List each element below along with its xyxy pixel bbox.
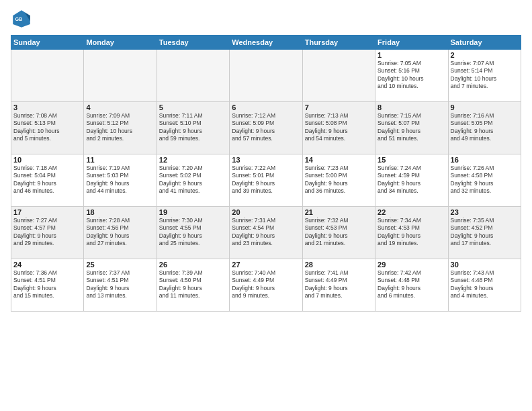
day-cell: 3Sunrise: 7:08 AM Sunset: 5:13 PM Daylig… [11,102,84,154]
day-number: 22 [378,208,445,216]
day-cell: 14Sunrise: 7:23 AM Sunset: 5:00 PM Dayli… [302,154,375,207]
weekday-header-saturday: Saturday [448,36,521,50]
day-info: Sunrise: 7:35 AM Sunset: 4:52 PM Dayligh… [451,217,519,248]
day-info: Sunrise: 7:30 AM Sunset: 4:55 PM Dayligh… [159,217,227,248]
day-info: Sunrise: 7:07 AM Sunset: 5:14 PM Dayligh… [451,60,519,91]
day-number: 15 [378,156,445,164]
day-cell: 9Sunrise: 7:16 AM Sunset: 5:05 PM Daylig… [448,102,521,154]
weekday-header-monday: Monday [84,36,157,50]
day-cell: 30Sunrise: 7:43 AM Sunset: 4:48 PM Dayli… [448,259,521,312]
calendar-table: SundayMondayTuesdayWednesdayThursdayFrid… [11,35,521,312]
day-number: 20 [232,208,300,216]
day-info: Sunrise: 7:26 AM Sunset: 4:58 PM Dayligh… [451,165,519,195]
day-number: 14 [305,156,373,164]
day-number: 1 [378,51,445,59]
day-cell: 7Sunrise: 7:13 AM Sunset: 5:08 PM Daylig… [302,102,375,154]
day-cell: 18Sunrise: 7:28 AM Sunset: 4:56 PM Dayli… [84,207,157,259]
day-info: Sunrise: 7:32 AM Sunset: 4:53 PM Dayligh… [305,217,373,248]
day-info: Sunrise: 7:28 AM Sunset: 4:56 PM Dayligh… [86,217,154,248]
day-cell: 10Sunrise: 7:18 AM Sunset: 5:04 PM Dayli… [11,154,84,207]
day-number: 7 [305,103,373,111]
day-cell: 15Sunrise: 7:24 AM Sunset: 4:59 PM Dayli… [375,154,448,207]
day-cell: 20Sunrise: 7:31 AM Sunset: 4:54 PM Dayli… [230,207,302,259]
day-number: 3 [13,103,81,111]
day-number: 27 [232,261,300,269]
week-row-3: 10Sunrise: 7:18 AM Sunset: 5:04 PM Dayli… [11,154,521,207]
day-info: Sunrise: 7:34 AM Sunset: 4:53 PM Dayligh… [378,217,445,248]
day-info: Sunrise: 7:05 AM Sunset: 5:16 PM Dayligh… [378,60,445,91]
day-number: 23 [451,208,519,216]
weekday-header-tuesday: Tuesday [157,36,229,50]
day-info: Sunrise: 7:43 AM Sunset: 4:48 PM Dayligh… [451,269,519,300]
day-number: 17 [13,208,81,216]
day-cell: 12Sunrise: 7:20 AM Sunset: 5:02 PM Dayli… [157,154,229,207]
day-info: Sunrise: 7:24 AM Sunset: 4:59 PM Dayligh… [378,165,445,195]
day-number: 30 [451,261,519,269]
day-cell: 13Sunrise: 7:22 AM Sunset: 5:01 PM Dayli… [230,154,302,207]
day-number: 9 [451,103,519,111]
logo-icon: GB [11,8,32,30]
day-info: Sunrise: 7:08 AM Sunset: 5:13 PM Dayligh… [13,112,81,143]
day-cell: 26Sunrise: 7:39 AM Sunset: 4:50 PM Dayli… [157,259,229,312]
day-cell: 6Sunrise: 7:12 AM Sunset: 5:09 PM Daylig… [230,102,302,154]
day-cell: 23Sunrise: 7:35 AM Sunset: 4:52 PM Dayli… [448,207,521,259]
day-number: 10 [13,156,81,164]
day-info: Sunrise: 7:40 AM Sunset: 4:49 PM Dayligh… [232,269,300,300]
day-info: Sunrise: 7:13 AM Sunset: 5:08 PM Dayligh… [305,112,373,143]
weekday-header-thursday: Thursday [302,36,375,50]
day-number: 8 [378,103,445,111]
day-info: Sunrise: 7:12 AM Sunset: 5:09 PM Dayligh… [232,112,300,143]
day-info: Sunrise: 7:23 AM Sunset: 5:00 PM Dayligh… [305,165,373,195]
day-number: 12 [159,156,227,164]
day-info: Sunrise: 7:16 AM Sunset: 5:05 PM Dayligh… [451,112,519,143]
day-info: Sunrise: 7:41 AM Sunset: 4:49 PM Dayligh… [305,269,373,300]
day-number: 24 [13,261,81,269]
day-number: 25 [86,261,154,269]
day-info: Sunrise: 7:22 AM Sunset: 5:01 PM Dayligh… [232,165,300,195]
day-cell: 29Sunrise: 7:42 AM Sunset: 4:48 PM Dayli… [375,259,448,312]
day-cell [84,50,157,102]
day-cell [302,50,375,102]
weekday-header-sunday: Sunday [11,36,84,50]
day-number: 18 [86,208,154,216]
day-cell [11,50,84,102]
day-number: 21 [305,208,373,216]
week-row-4: 17Sunrise: 7:27 AM Sunset: 4:57 PM Dayli… [11,207,521,259]
day-cell: 21Sunrise: 7:32 AM Sunset: 4:53 PM Dayli… [302,207,375,259]
day-info: Sunrise: 7:31 AM Sunset: 4:54 PM Dayligh… [232,217,300,248]
day-cell: 5Sunrise: 7:11 AM Sunset: 5:10 PM Daylig… [157,102,229,154]
day-cell [230,50,302,102]
svg-text:GB: GB [15,16,22,22]
weekday-header-wednesday: Wednesday [230,36,302,50]
day-number: 4 [86,103,154,111]
day-cell: 4Sunrise: 7:09 AM Sunset: 5:12 PM Daylig… [84,102,157,154]
day-number: 13 [232,156,300,164]
day-cell: 11Sunrise: 7:19 AM Sunset: 5:03 PM Dayli… [84,154,157,207]
weekday-header-friday: Friday [375,36,448,50]
day-info: Sunrise: 7:18 AM Sunset: 5:04 PM Dayligh… [13,165,81,195]
day-info: Sunrise: 7:27 AM Sunset: 4:57 PM Dayligh… [13,217,81,248]
day-cell: 27Sunrise: 7:40 AM Sunset: 4:49 PM Dayli… [230,259,302,312]
logo: GB [11,8,35,30]
day-info: Sunrise: 7:42 AM Sunset: 4:48 PM Dayligh… [378,269,445,300]
day-number: 26 [159,261,227,269]
day-info: Sunrise: 7:39 AM Sunset: 4:50 PM Dayligh… [159,269,227,300]
day-number: 28 [305,261,373,269]
day-info: Sunrise: 7:09 AM Sunset: 5:12 PM Dayligh… [86,112,154,143]
day-cell: 19Sunrise: 7:30 AM Sunset: 4:55 PM Dayli… [157,207,229,259]
day-cell: 22Sunrise: 7:34 AM Sunset: 4:53 PM Dayli… [375,207,448,259]
week-row-1: 1Sunrise: 7:05 AM Sunset: 5:16 PM Daylig… [11,50,521,102]
day-number: 5 [159,103,227,111]
day-cell [157,50,229,102]
day-info: Sunrise: 7:36 AM Sunset: 4:51 PM Dayligh… [13,269,81,300]
day-info: Sunrise: 7:19 AM Sunset: 5:03 PM Dayligh… [86,165,154,195]
day-number: 29 [378,261,445,269]
day-cell: 17Sunrise: 7:27 AM Sunset: 4:57 PM Dayli… [11,207,84,259]
day-cell: 16Sunrise: 7:26 AM Sunset: 4:58 PM Dayli… [448,154,521,207]
day-info: Sunrise: 7:11 AM Sunset: 5:10 PM Dayligh… [159,112,227,143]
weekday-header-row: SundayMondayTuesdayWednesdayThursdayFrid… [11,36,521,50]
day-info: Sunrise: 7:37 AM Sunset: 4:51 PM Dayligh… [86,269,154,300]
day-info: Sunrise: 7:20 AM Sunset: 5:02 PM Dayligh… [159,165,227,195]
day-cell: 28Sunrise: 7:41 AM Sunset: 4:49 PM Dayli… [302,259,375,312]
day-number: 16 [451,156,519,164]
